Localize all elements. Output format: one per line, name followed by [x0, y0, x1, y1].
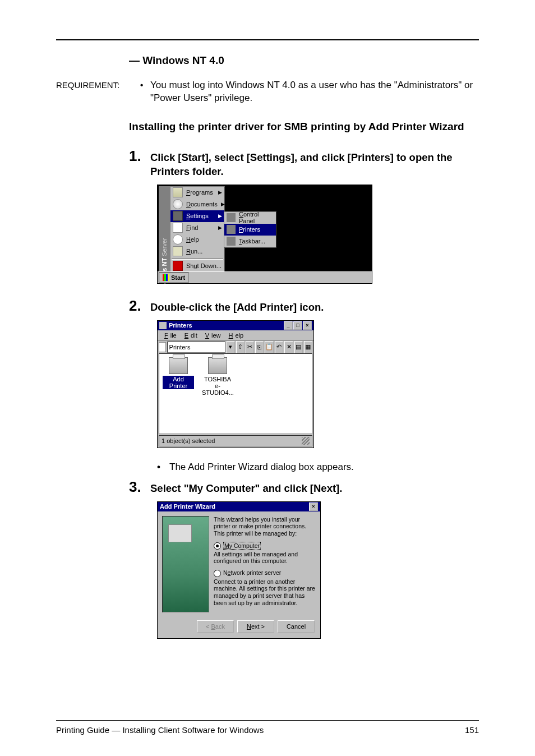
dropdown-button[interactable]: ▾: [227, 341, 235, 353]
page-footer: Printing Guide — Installing Client Softw…: [56, 720, 479, 735]
paste-button[interactable]: 📋: [265, 341, 274, 353]
menu-find[interactable]: Find▶: [170, 222, 224, 234]
radio-network-printer[interactable]: Network printer server: [214, 569, 316, 577]
help-icon: [173, 234, 183, 245]
windows-logo-icon: [163, 274, 169, 281]
submenu-taskbar[interactable]: Taskbar...: [224, 236, 276, 247]
requirement-text: You must log into Windows NT 4.0 as a us…: [150, 79, 479, 105]
status-text: 1 object(s) selected: [162, 437, 215, 444]
task-heading: Installing the printer driver for SMB pr…: [129, 121, 479, 133]
start-menu[interactable]: Programs▶ Documents▶ Settings▶ Find▶ Hel…: [170, 186, 225, 272]
dialog-titlebar: Add Printer Wizard ×: [158, 502, 320, 511]
radio-dot-icon: [214, 570, 221, 577]
start-button[interactable]: Start: [159, 273, 189, 283]
add-printer-icon-cell[interactable]: Add Printer: [163, 357, 194, 430]
menu-edit[interactable]: Edit: [180, 332, 200, 339]
dialog-title: Add Printer Wizard: [160, 503, 215, 510]
step-3-text: Select "My Computer" and click [Next].: [148, 482, 479, 496]
address-field[interactable]: Printers: [167, 342, 225, 353]
chevron-right-icon: ▶: [218, 225, 222, 231]
screenshot-start-menu: Windows NT Server Programs▶ Documents▶ S…: [157, 185, 479, 284]
address-text: Printers: [169, 344, 191, 351]
step-1: 1. Click [Start], select [Settings], and…: [129, 147, 479, 179]
step-1-number: 1.: [129, 147, 141, 164]
views-button[interactable]: ▦: [304, 341, 312, 353]
start-label: Start: [171, 274, 185, 281]
add-printer-label: Add Printer: [163, 376, 194, 389]
menu-file[interactable]: File: [160, 332, 179, 339]
requirement-row: REQUIREMENT: • You must log into Windows…: [56, 79, 479, 105]
programs-icon: [173, 187, 183, 197]
step-2-text: Double-click the [Add Printer] icon.: [148, 301, 479, 315]
up-button[interactable]: ⇧: [236, 341, 245, 353]
step-1-text: Click [Start], select [Settings], and cl…: [148, 151, 479, 179]
toshiba-printer-label: TOSHIBA e-STUDIO4...: [202, 376, 234, 396]
footer-page-number: 151: [465, 725, 479, 735]
settings-icon: [173, 211, 183, 221]
taskbar: Start: [158, 271, 372, 283]
properties-button[interactable]: ▤: [294, 341, 303, 353]
footer-left: Printing Guide — Installing Client Softw…: [56, 725, 264, 735]
close-button[interactable]: ×: [309, 503, 318, 511]
taskbar-icon: [227, 237, 236, 246]
delete-button[interactable]: ✕: [284, 341, 293, 353]
screenshot-printers-window: Printers _ □ × File Edit View Help Print…: [157, 320, 479, 448]
submenu-printers[interactable]: Printers: [224, 224, 276, 236]
resize-grip-icon[interactable]: [302, 437, 310, 445]
step-2-note-row: • The Add Printer Wizard dialog box appe…: [157, 462, 479, 473]
step-2-note: The Add Printer Wizard dialog box appear…: [169, 462, 479, 473]
radio-my-computer[interactable]: My Computer: [214, 542, 316, 550]
submenu-control-panel[interactable]: Control Panel: [224, 212, 276, 224]
network-desc: Connect to a printer on another machine.…: [214, 578, 316, 606]
menu-separator: [172, 258, 223, 260]
bullet: •: [140, 79, 150, 105]
os-heading: — Windows NT 4.0: [129, 54, 479, 67]
shutdown-icon: [173, 261, 183, 271]
close-button[interactable]: ×: [303, 321, 312, 330]
menu-help[interactable]: Help: [170, 234, 224, 246]
step-2-number: 2.: [129, 297, 141, 314]
menu-shutdown[interactable]: Shut Down...: [170, 260, 224, 272]
documents-icon: [173, 199, 183, 209]
bullet: •: [157, 462, 169, 473]
cut-button[interactable]: ✂: [246, 341, 254, 353]
menu-run[interactable]: Run...: [170, 246, 224, 257]
status-bar: 1 object(s) selected: [159, 435, 312, 446]
copy-button[interactable]: ⎘: [255, 341, 264, 353]
menubar[interactable]: File Edit View Help: [158, 330, 313, 340]
chevron-right-icon: ▶: [218, 213, 222, 219]
toolbar: Printers ▾ ⇧ ✂ ⎘ 📋 ↶ ✕ ▤ ▦: [158, 340, 313, 353]
settings-submenu[interactable]: Control Panel Printers Taskbar...: [224, 211, 276, 248]
printers-folder-icon: [159, 322, 167, 329]
control-panel-icon: [227, 213, 236, 222]
undo-button[interactable]: ↶: [275, 341, 283, 353]
printers-icon: [227, 225, 236, 234]
printer-icon: [208, 357, 227, 374]
radio-dot-icon: [214, 542, 221, 550]
menu-help[interactable]: Help: [224, 332, 246, 339]
window-titlebar: Printers _ □ ×: [158, 321, 313, 330]
cancel-button[interactable]: Cancel: [278, 620, 315, 633]
requirement-label: REQUIREMENT:: [56, 79, 140, 105]
menu-programs[interactable]: Programs▶: [170, 187, 224, 199]
chevron-right-icon: ▶: [221, 201, 225, 207]
menu-documents[interactable]: Documents▶: [170, 199, 224, 210]
wizard-graphic: [162, 516, 209, 612]
cancel-label: Cancel: [287, 623, 306, 630]
menu-settings[interactable]: Settings▶: [170, 210, 224, 222]
run-icon: [173, 246, 183, 256]
folder-body[interactable]: Add Printer TOSHIBA e-STUDIO4...: [159, 353, 312, 434]
maximize-button[interactable]: □: [293, 321, 302, 330]
chevron-right-icon: ▶: [218, 190, 222, 195]
minimize-button[interactable]: _: [284, 321, 293, 330]
wizard-intro: This wizard helps you install your print…: [214, 516, 316, 537]
add-printer-icon: [169, 357, 188, 374]
find-icon: [173, 223, 183, 233]
menu-view[interactable]: View: [201, 332, 223, 339]
top-rule: [56, 39, 479, 40]
step-3: 3. Select "My Computer" and click [Next]…: [129, 478, 479, 496]
step-2: 2. Double-click the [Add Printer] icon.: [129, 297, 479, 315]
toshiba-printer-icon-cell[interactable]: TOSHIBA e-STUDIO4...: [202, 357, 233, 430]
next-button[interactable]: Next >: [237, 620, 274, 633]
step-3-number: 3.: [129, 478, 141, 495]
